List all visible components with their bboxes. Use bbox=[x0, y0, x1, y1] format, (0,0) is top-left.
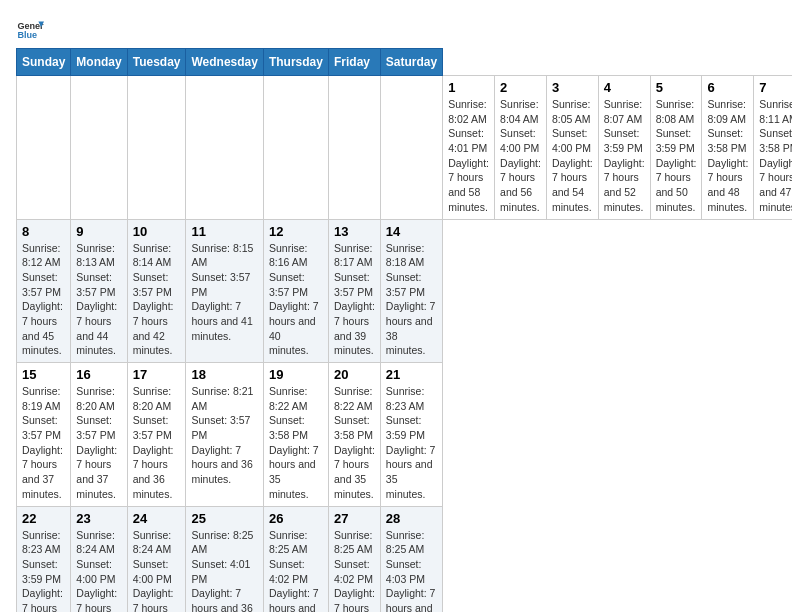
calendar-cell: 14 Sunrise: 8:18 AMSunset: 3:57 PMDaylig… bbox=[380, 219, 442, 363]
day-info: Sunrise: 8:19 AMSunset: 3:57 PMDaylight:… bbox=[22, 385, 63, 500]
day-number: 27 bbox=[334, 511, 375, 526]
calendar-cell: 3 Sunrise: 8:05 AMSunset: 4:00 PMDayligh… bbox=[546, 76, 598, 220]
calendar-table: SundayMondayTuesdayWednesdayThursdayFrid… bbox=[16, 48, 792, 612]
calendar-cell: 5 Sunrise: 8:08 AMSunset: 3:59 PMDayligh… bbox=[650, 76, 702, 220]
calendar-cell: 26 Sunrise: 8:25 AMSunset: 4:02 PMDaylig… bbox=[263, 506, 328, 612]
day-number: 6 bbox=[707, 80, 748, 95]
day-number: 1 bbox=[448, 80, 489, 95]
day-info: Sunrise: 8:13 AMSunset: 3:57 PMDaylight:… bbox=[76, 242, 117, 357]
day-number: 24 bbox=[133, 511, 181, 526]
calendar-cell: 13 Sunrise: 8:17 AMSunset: 3:57 PMDaylig… bbox=[328, 219, 380, 363]
header: General Blue bbox=[16, 16, 776, 44]
day-number: 23 bbox=[76, 511, 121, 526]
calendar-cell bbox=[380, 76, 442, 220]
day-of-week-header: Wednesday bbox=[186, 49, 263, 76]
calendar-week-row: 15 Sunrise: 8:19 AMSunset: 3:57 PMDaylig… bbox=[17, 363, 793, 507]
day-number: 20 bbox=[334, 367, 375, 382]
day-info: Sunrise: 8:22 AMSunset: 3:58 PMDaylight:… bbox=[334, 385, 375, 500]
calendar-cell bbox=[186, 76, 263, 220]
day-number: 12 bbox=[269, 224, 323, 239]
calendar-cell: 9 Sunrise: 8:13 AMSunset: 3:57 PMDayligh… bbox=[71, 219, 127, 363]
day-info: Sunrise: 8:07 AMSunset: 3:59 PMDaylight:… bbox=[604, 98, 645, 213]
calendar-cell: 18 Sunrise: 8:21 AMSunset: 3:57 PMDaylig… bbox=[186, 363, 263, 507]
day-number: 15 bbox=[22, 367, 65, 382]
day-info: Sunrise: 8:08 AMSunset: 3:59 PMDaylight:… bbox=[656, 98, 697, 213]
day-number: 19 bbox=[269, 367, 323, 382]
calendar-cell: 1 Sunrise: 8:02 AMSunset: 4:01 PMDayligh… bbox=[443, 76, 495, 220]
calendar-cell: 12 Sunrise: 8:16 AMSunset: 3:57 PMDaylig… bbox=[263, 219, 328, 363]
day-info: Sunrise: 8:22 AMSunset: 3:58 PMDaylight:… bbox=[269, 385, 319, 500]
calendar-cell: 8 Sunrise: 8:12 AMSunset: 3:57 PMDayligh… bbox=[17, 219, 71, 363]
calendar-cell: 11 Sunrise: 8:15 AMSunset: 3:57 PMDaylig… bbox=[186, 219, 263, 363]
day-number: 7 bbox=[759, 80, 792, 95]
calendar-cell: 10 Sunrise: 8:14 AMSunset: 3:57 PMDaylig… bbox=[127, 219, 186, 363]
day-info: Sunrise: 8:11 AMSunset: 3:58 PMDaylight:… bbox=[759, 98, 792, 213]
day-info: Sunrise: 8:25 AMSunset: 4:01 PMDaylight:… bbox=[191, 529, 253, 613]
calendar-cell: 4 Sunrise: 8:07 AMSunset: 3:59 PMDayligh… bbox=[598, 76, 650, 220]
calendar-cell bbox=[127, 76, 186, 220]
calendar-cell: 17 Sunrise: 8:20 AMSunset: 3:57 PMDaylig… bbox=[127, 363, 186, 507]
calendar-cell: 23 Sunrise: 8:24 AMSunset: 4:00 PMDaylig… bbox=[71, 506, 127, 612]
calendar-week-row: 22 Sunrise: 8:23 AMSunset: 3:59 PMDaylig… bbox=[17, 506, 793, 612]
day-info: Sunrise: 8:25 AMSunset: 4:03 PMDaylight:… bbox=[386, 529, 436, 613]
day-of-week-header: Monday bbox=[71, 49, 127, 76]
calendar-cell: 7 Sunrise: 8:11 AMSunset: 3:58 PMDayligh… bbox=[754, 76, 792, 220]
day-number: 26 bbox=[269, 511, 323, 526]
day-info: Sunrise: 8:24 AMSunset: 4:00 PMDaylight:… bbox=[133, 529, 174, 613]
day-number: 22 bbox=[22, 511, 65, 526]
day-info: Sunrise: 8:25 AMSunset: 4:02 PMDaylight:… bbox=[334, 529, 375, 613]
calendar-cell: 21 Sunrise: 8:23 AMSunset: 3:59 PMDaylig… bbox=[380, 363, 442, 507]
calendar-cell bbox=[71, 76, 127, 220]
calendar-cell: 16 Sunrise: 8:20 AMSunset: 3:57 PMDaylig… bbox=[71, 363, 127, 507]
day-of-week-header: Friday bbox=[328, 49, 380, 76]
day-number: 11 bbox=[191, 224, 257, 239]
day-number: 14 bbox=[386, 224, 437, 239]
day-info: Sunrise: 8:20 AMSunset: 3:57 PMDaylight:… bbox=[76, 385, 117, 500]
day-of-week-header: Sunday bbox=[17, 49, 71, 76]
day-number: 25 bbox=[191, 511, 257, 526]
day-number: 9 bbox=[76, 224, 121, 239]
day-info: Sunrise: 8:17 AMSunset: 3:57 PMDaylight:… bbox=[334, 242, 375, 357]
day-info: Sunrise: 8:09 AMSunset: 3:58 PMDaylight:… bbox=[707, 98, 748, 213]
day-info: Sunrise: 8:02 AMSunset: 4:01 PMDaylight:… bbox=[448, 98, 489, 213]
day-number: 2 bbox=[500, 80, 541, 95]
calendar-cell: 24 Sunrise: 8:24 AMSunset: 4:00 PMDaylig… bbox=[127, 506, 186, 612]
day-of-week-header: Tuesday bbox=[127, 49, 186, 76]
calendar-cell bbox=[328, 76, 380, 220]
day-info: Sunrise: 8:15 AMSunset: 3:57 PMDaylight:… bbox=[191, 242, 253, 342]
day-info: Sunrise: 8:23 AMSunset: 3:59 PMDaylight:… bbox=[22, 529, 63, 613]
day-number: 13 bbox=[334, 224, 375, 239]
day-number: 18 bbox=[191, 367, 257, 382]
calendar-cell bbox=[17, 76, 71, 220]
day-info: Sunrise: 8:14 AMSunset: 3:57 PMDaylight:… bbox=[133, 242, 174, 357]
calendar-cell: 15 Sunrise: 8:19 AMSunset: 3:57 PMDaylig… bbox=[17, 363, 71, 507]
svg-text:Blue: Blue bbox=[17, 30, 37, 40]
calendar-cell: 22 Sunrise: 8:23 AMSunset: 3:59 PMDaylig… bbox=[17, 506, 71, 612]
calendar-cell bbox=[263, 76, 328, 220]
calendar-header-row: SundayMondayTuesdayWednesdayThursdayFrid… bbox=[17, 49, 793, 76]
day-number: 17 bbox=[133, 367, 181, 382]
day-info: Sunrise: 8:12 AMSunset: 3:57 PMDaylight:… bbox=[22, 242, 63, 357]
calendar-cell: 27 Sunrise: 8:25 AMSunset: 4:02 PMDaylig… bbox=[328, 506, 380, 612]
day-info: Sunrise: 8:16 AMSunset: 3:57 PMDaylight:… bbox=[269, 242, 319, 357]
day-number: 21 bbox=[386, 367, 437, 382]
calendar-week-row: 8 Sunrise: 8:12 AMSunset: 3:57 PMDayligh… bbox=[17, 219, 793, 363]
day-of-week-header: Thursday bbox=[263, 49, 328, 76]
day-info: Sunrise: 8:20 AMSunset: 3:57 PMDaylight:… bbox=[133, 385, 174, 500]
day-of-week-header: Saturday bbox=[380, 49, 442, 76]
day-info: Sunrise: 8:04 AMSunset: 4:00 PMDaylight:… bbox=[500, 98, 541, 213]
day-number: 16 bbox=[76, 367, 121, 382]
day-info: Sunrise: 8:25 AMSunset: 4:02 PMDaylight:… bbox=[269, 529, 319, 613]
day-info: Sunrise: 8:21 AMSunset: 3:57 PMDaylight:… bbox=[191, 385, 253, 485]
calendar-cell: 25 Sunrise: 8:25 AMSunset: 4:01 PMDaylig… bbox=[186, 506, 263, 612]
day-number: 5 bbox=[656, 80, 697, 95]
logo-svg: General Blue bbox=[16, 16, 44, 44]
day-info: Sunrise: 8:23 AMSunset: 3:59 PMDaylight:… bbox=[386, 385, 436, 500]
day-number: 8 bbox=[22, 224, 65, 239]
day-number: 3 bbox=[552, 80, 593, 95]
day-number: 28 bbox=[386, 511, 437, 526]
calendar-cell: 28 Sunrise: 8:25 AMSunset: 4:03 PMDaylig… bbox=[380, 506, 442, 612]
day-info: Sunrise: 8:05 AMSunset: 4:00 PMDaylight:… bbox=[552, 98, 593, 213]
day-info: Sunrise: 8:24 AMSunset: 4:00 PMDaylight:… bbox=[76, 529, 117, 613]
calendar-cell: 20 Sunrise: 8:22 AMSunset: 3:58 PMDaylig… bbox=[328, 363, 380, 507]
